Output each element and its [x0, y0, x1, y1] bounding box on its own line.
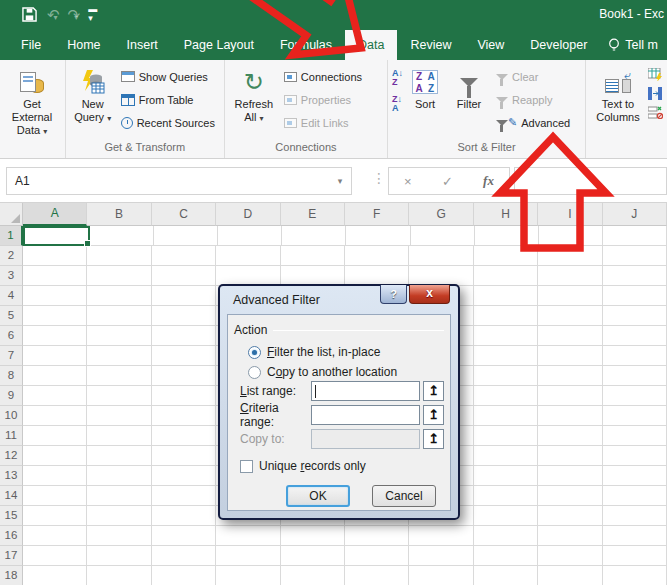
select-all-corner[interactable]: [0, 203, 23, 226]
cell-D1[interactable]: [218, 226, 282, 246]
sort-a-to-z-button[interactable]: A↓Z: [392, 69, 403, 87]
cell-C1[interactable]: [154, 226, 218, 246]
cell-A15[interactable]: [23, 506, 87, 526]
from-table-button[interactable]: From Table: [118, 88, 218, 111]
cell-H3[interactable]: [474, 266, 538, 286]
clear-filter-button[interactable]: Clear: [493, 65, 573, 88]
remove-duplicates-icon[interactable]: [648, 87, 663, 100]
cell-H5[interactable]: [474, 306, 538, 326]
cell-A13[interactable]: [23, 466, 87, 486]
cell-I3[interactable]: [538, 266, 602, 286]
cell-H9[interactable]: [474, 386, 538, 406]
row-header-18[interactable]: 18: [0, 566, 23, 585]
edit-links-button[interactable]: Edit Links: [281, 111, 365, 134]
cell-A14[interactable]: [23, 486, 87, 506]
tab-file[interactable]: File: [8, 30, 54, 60]
get-external-data-button[interactable]: Get External Data ▾: [4, 63, 60, 138]
cell-J14[interactable]: [603, 486, 667, 506]
refresh-all-button[interactable]: ↻ Refresh All ▾: [229, 63, 279, 125]
cell-B12[interactable]: [87, 446, 151, 466]
cell-B1[interactable]: [90, 226, 154, 246]
cell-C8[interactable]: [152, 366, 216, 386]
cell-B13[interactable]: [87, 466, 151, 486]
cell-G3[interactable]: [409, 266, 473, 286]
cell-I5[interactable]: [538, 306, 602, 326]
row-header-2[interactable]: 2: [0, 246, 23, 266]
cell-I15[interactable]: [538, 506, 602, 526]
cell-E16[interactable]: [281, 526, 345, 546]
column-header-B[interactable]: B: [87, 203, 151, 226]
checkbox-icon[interactable]: [240, 460, 253, 473]
cell-J15[interactable]: [603, 506, 667, 526]
cell-B3[interactable]: [87, 266, 151, 286]
cell-J10[interactable]: [603, 406, 667, 426]
column-header-H[interactable]: H: [474, 203, 538, 226]
cell-A5[interactable]: [23, 306, 87, 326]
cell-A8[interactable]: [23, 366, 87, 386]
tab-insert[interactable]: Insert: [114, 30, 171, 60]
dialog-help-button[interactable]: ?: [380, 285, 407, 304]
cell-E17[interactable]: [281, 546, 345, 566]
radio-filter-in-place[interactable]: Filter the list, in-place: [248, 345, 380, 359]
column-header-E[interactable]: E: [281, 203, 345, 226]
cell-F2[interactable]: [345, 246, 409, 266]
cell-H2[interactable]: [474, 246, 538, 266]
row-header-17[interactable]: 17: [0, 546, 23, 566]
dialog-close-button[interactable]: x: [409, 285, 450, 304]
cell-H10[interactable]: [474, 406, 538, 426]
cell-C5[interactable]: [152, 306, 216, 326]
cell-J7[interactable]: [603, 346, 667, 366]
row-header-14[interactable]: 14: [0, 486, 23, 506]
cell-H8[interactable]: [474, 366, 538, 386]
cell-H16[interactable]: [474, 526, 538, 546]
cell-B14[interactable]: [87, 486, 151, 506]
cell-H1[interactable]: [475, 226, 539, 246]
cancel-button[interactable]: Cancel: [372, 485, 436, 507]
recent-sources-button[interactable]: Recent Sources: [118, 111, 218, 134]
copy-to-picker-button[interactable]: ↥: [423, 429, 444, 449]
cell-I1[interactable]: [539, 226, 603, 246]
data-validation-icon[interactable]: [648, 106, 663, 119]
reapply-filter-button[interactable]: Reapply: [493, 88, 573, 111]
cell-G1[interactable]: [411, 226, 475, 246]
row-header-10[interactable]: 10: [0, 406, 23, 426]
cell-D2[interactable]: [216, 246, 280, 266]
cell-J8[interactable]: [603, 366, 667, 386]
cell-C6[interactable]: [152, 326, 216, 346]
criteria-range-input[interactable]: [311, 405, 421, 425]
cell-E1[interactable]: [282, 226, 346, 246]
cell-C14[interactable]: [152, 486, 216, 506]
row-header-6[interactable]: 6: [0, 326, 23, 346]
insert-function-icon[interactable]: fx: [483, 173, 494, 189]
list-range-picker-button[interactable]: ↥: [423, 381, 444, 401]
cell-B5[interactable]: [87, 306, 151, 326]
cell-A6[interactable]: [23, 326, 87, 346]
tab-view[interactable]: View: [464, 30, 517, 60]
cancel-entry-icon[interactable]: ×: [404, 174, 412, 189]
cell-C10[interactable]: [152, 406, 216, 426]
cell-A11[interactable]: [23, 426, 87, 446]
cell-I14[interactable]: [538, 486, 602, 506]
cell-I10[interactable]: [538, 406, 602, 426]
cell-B10[interactable]: [87, 406, 151, 426]
cell-G18[interactable]: [409, 566, 473, 585]
cell-C18[interactable]: [152, 566, 216, 585]
cell-H11[interactable]: [474, 426, 538, 446]
cell-B7[interactable]: [87, 346, 151, 366]
cell-J3[interactable]: [603, 266, 667, 286]
cell-D16[interactable]: [216, 526, 280, 546]
cell-I8[interactable]: [538, 366, 602, 386]
cell-B2[interactable]: [87, 246, 151, 266]
cell-A7[interactable]: [23, 346, 87, 366]
name-box[interactable]: A1 ▾: [6, 167, 352, 195]
cell-J6[interactable]: [603, 326, 667, 346]
cell-F3[interactable]: [345, 266, 409, 286]
cell-J4[interactable]: [603, 286, 667, 306]
cell-H18[interactable]: [474, 566, 538, 585]
undo-icon[interactable]: ↶▾: [47, 7, 58, 22]
row-header-1[interactable]: 1: [0, 226, 23, 246]
filter-button[interactable]: Filter: [447, 63, 491, 111]
cell-F18[interactable]: [345, 566, 409, 585]
cell-I13[interactable]: [538, 466, 602, 486]
row-header-3[interactable]: 3: [0, 266, 23, 286]
